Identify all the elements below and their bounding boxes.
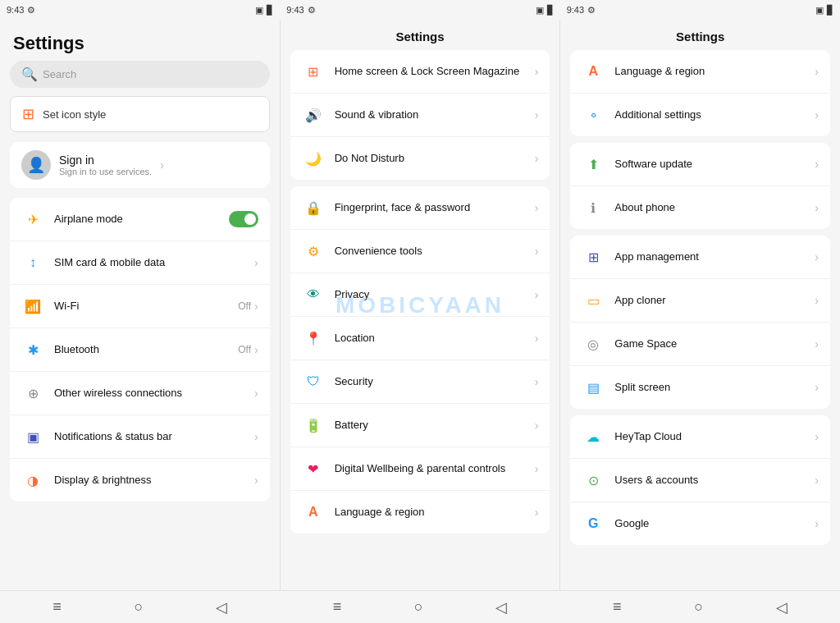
language2-label: Language & region <box>614 65 805 79</box>
panel-3-group-2: ⬆ Software update › ℹ About phone › <box>570 143 830 229</box>
sim-chevron: › <box>254 256 258 269</box>
nav-back-icon-1[interactable]: ◁ <box>216 598 227 616</box>
app-cloner-icon: ▭ <box>582 289 605 312</box>
settings-item-airplane[interactable]: ✈ Airplane mode <box>10 198 270 241</box>
settings-item-sound[interactable]: 🔊 Sound & vibration › <box>290 94 550 137</box>
gear-icon-2: ⚙ <box>308 5 316 16</box>
split-screen-icon: ▤ <box>582 376 605 399</box>
dnd-icon: 🌙 <box>302 147 325 170</box>
nav-home-icon-3[interactable]: ○ <box>694 598 703 616</box>
software-update-label: Software update <box>614 158 805 172</box>
nav-menu-icon-1[interactable]: ≡ <box>52 598 62 616</box>
about-phone-icon: ℹ <box>582 196 605 219</box>
settings-item-software-update[interactable]: ⬆ Software update › <box>570 143 830 186</box>
nav-back-icon-2[interactable]: ◁ <box>495 598 507 616</box>
settings-item-app-cloner[interactable]: ▭ App cloner › <box>570 279 830 323</box>
dnd-label: Do Not Disturb <box>335 152 525 166</box>
panel-2-group-1: ⊞ Home screen & Lock Screen Magazine › 🔊… <box>290 50 550 180</box>
other-wireless-label: Other wireless connections <box>54 387 244 401</box>
settings-item-digital-wellbeing[interactable]: ❤ Digital Wellbeing & parental controls … <box>290 447 550 491</box>
panel-3-group-4: ☁ HeyTap Cloud › ⊙ Users & accounts › G … <box>570 415 830 545</box>
settings-item-bluetooth[interactable]: ✱ Bluetooth Off › <box>10 328 270 372</box>
settings-item-game-space[interactable]: ◎ Game Space › <box>570 323 830 366</box>
settings-item-display[interactable]: ◑ Display & brightness › <box>10 459 270 502</box>
settings-item-battery[interactable]: 🔋 Battery › <box>290 404 550 447</box>
settings-item-wifi[interactable]: 📶 Wi-Fi Off › <box>10 285 270 328</box>
settings-item-about-phone[interactable]: ℹ About phone › <box>570 186 830 229</box>
settings-item-privacy[interactable]: 👁 Privacy › <box>290 273 550 317</box>
nav-menu-icon-2[interactable]: ≡ <box>333 598 342 616</box>
additional-label: Additional settings <box>614 108 805 122</box>
panel-settings-2: Settings ⊞ Home screen & Lock Screen Mag… <box>281 20 561 590</box>
settings-item-google[interactable]: G Google › <box>570 502 830 545</box>
game-space-icon: ◎ <box>582 332 605 355</box>
heytap-cloud-label: HeyTap Cloud <box>614 430 805 444</box>
status-panel-3: 9:43 ⚙ ▣ ▊ <box>560 0 840 20</box>
language-p2-icon: A <box>302 501 325 524</box>
settings-item-notifications[interactable]: ▣ Notifications & status bar › <box>10 415 270 459</box>
nav-back-icon-3[interactable]: ◁ <box>776 598 788 616</box>
panel-2-content: ⊞ Home screen & Lock Screen Magazine › 🔊… <box>281 50 560 590</box>
settings-item-split-screen[interactable]: ▤ Split screen › <box>570 366 830 409</box>
nav-home-icon-1[interactable]: ○ <box>134 598 143 616</box>
heytap-cloud-icon: ☁ <box>582 425 605 448</box>
settings-item-users-accounts[interactable]: ⊙ Users & accounts › <box>570 459 830 502</box>
language-p2-label: Language & region <box>335 506 525 520</box>
settings-item-other-wireless[interactable]: ⊕ Other wireless connections › <box>10 372 270 415</box>
bottom-nav-panel-1: ≡ ○ ◁ <box>0 590 280 623</box>
additional-chevron: › <box>815 108 819 121</box>
panel-2-group-2: 🔒 Fingerprint, face & password › ⚙ Conve… <box>290 186 550 534</box>
other-wireless-chevron: › <box>254 387 258 400</box>
nav-menu-icon-3[interactable]: ≡ <box>613 598 622 616</box>
users-accounts-icon: ⊙ <box>582 469 605 492</box>
panel-3-group-1: A Language & region › ⚬ Additional setti… <box>570 50 830 136</box>
notifications-label: Notifications & status bar <box>54 430 244 444</box>
fingerprint-icon: 🔒 <box>302 196 325 219</box>
language-p2-chevron: › <box>535 506 539 519</box>
heytap-cloud-chevron: › <box>815 430 819 443</box>
icon-style-button[interactable]: ⊞ Set icon style <box>10 96 270 132</box>
bottom-nav: ≡ ○ ◁ ≡ ○ ◁ ≡ ○ ◁ <box>0 590 840 623</box>
bluetooth-status: Off <box>238 344 251 355</box>
battery-icon: 🔋 <box>302 414 325 437</box>
wifi-label: Wi-Fi <box>54 300 228 314</box>
convenience-icon: ⚙ <box>302 240 325 263</box>
settings-item-home-screen[interactable]: ⊞ Home screen & Lock Screen Magazine › <box>290 50 550 94</box>
panel-settings-main: Settings 🔍 Search ⊞ Set icon style 👤 Sig… <box>0 20 281 590</box>
settings-item-additional[interactable]: ⚬ Additional settings › <box>570 94 830 136</box>
security-label: Security <box>335 375 525 389</box>
airplane-mode-icon: ✈ <box>21 208 44 231</box>
convenience-label: Convenience tools <box>335 245 525 259</box>
dnd-chevron: › <box>535 152 539 165</box>
settings-item-location[interactable]: 📍 Location › <box>290 317 550 360</box>
wifi-icon: 📶 <box>21 295 44 318</box>
search-box[interactable]: 🔍 Search <box>10 61 270 88</box>
panel-settings-3: Settings A Language & region › ⚬ Additio… <box>560 20 840 590</box>
settings-item-sim[interactable]: ↕ SIM card & mobile data › <box>10 241 270 285</box>
notifications-chevron: › <box>254 430 258 443</box>
security-chevron: › <box>535 375 539 388</box>
battery-icon-3: ▊ <box>827 5 833 16</box>
settings-item-convenience[interactable]: ⚙ Convenience tools › <box>290 230 550 273</box>
panel-3-group-3: ⊞ App management › ▭ App cloner › ◎ Game… <box>570 236 830 409</box>
settings-item-security[interactable]: 🛡 Security › <box>290 360 550 404</box>
bluetooth-icon: ✱ <box>21 338 44 361</box>
notifications-right: › <box>254 430 258 443</box>
settings-item-fingerprint[interactable]: 🔒 Fingerprint, face & password › <box>290 186 550 230</box>
settings-item-dnd[interactable]: 🌙 Do Not Disturb › <box>290 137 550 180</box>
airplane-mode-toggle[interactable] <box>229 211 258 227</box>
sign-in-title: Sign in <box>59 153 152 167</box>
status-panel-1: 9:43 ⚙ ▣ ▊ <box>0 0 280 20</box>
sign-in-row[interactable]: 👤 Sign in Sign in to use services. › <box>10 142 270 188</box>
settings-item-language2[interactable]: A Language & region › <box>570 50 830 94</box>
settings-item-app-management[interactable]: ⊞ App management › <box>570 236 830 279</box>
digital-wellbeing-icon: ❤ <box>302 457 325 480</box>
display-chevron: › <box>254 474 258 487</box>
settings-item-heytap-cloud[interactable]: ☁ HeyTap Cloud › <box>570 415 830 459</box>
nav-home-icon-2[interactable]: ○ <box>414 598 423 616</box>
time-1: 9:43 <box>7 5 24 15</box>
wifi-status: Off <box>238 300 251 312</box>
settings-item-language-p2[interactable]: A Language & region › <box>290 491 550 534</box>
signal-icon-2: ▣ <box>536 5 544 16</box>
battery-label: Battery <box>335 419 525 433</box>
